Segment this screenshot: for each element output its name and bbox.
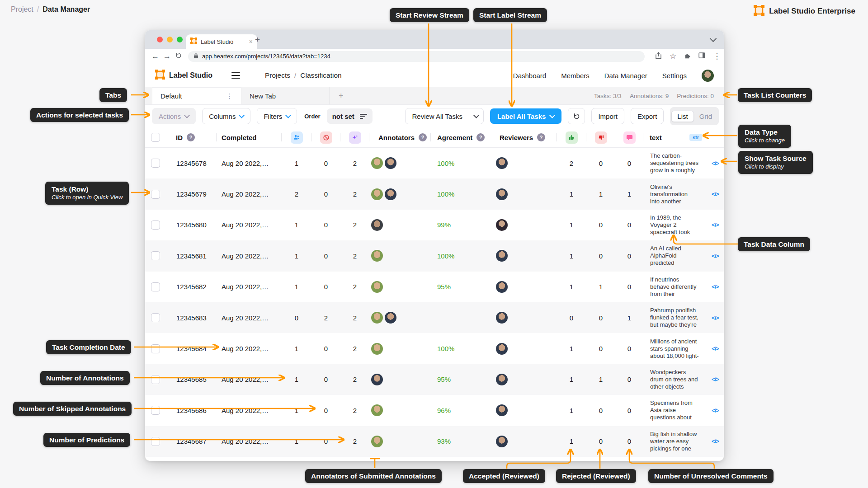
reviewers-help-icon[interactable]: ?: [537, 133, 545, 141]
forward-icon[interactable]: →: [163, 52, 171, 60]
url-field[interactable]: app.heartex.com/projects/123456/data?tab…: [188, 51, 645, 62]
refresh-button[interactable]: [568, 108, 585, 124]
task-source-code-icon[interactable]: </>: [712, 345, 719, 352]
annotator-avatar[interactable]: [385, 312, 396, 324]
accepted-column-icon[interactable]: [566, 131, 578, 144]
review-dropdown-chevron-icon[interactable]: [469, 108, 483, 124]
row-checkbox[interactable]: [151, 282, 160, 291]
nav-data-manager[interactable]: Data Manager: [604, 72, 647, 80]
browser-menu-kebab-icon[interactable]: ⋮: [713, 52, 721, 60]
reviewer-avatar[interactable]: [496, 157, 508, 169]
maximize-window-button[interactable]: [177, 37, 183, 42]
reviewer-avatar[interactable]: [496, 374, 508, 385]
app-breadcrumb-projects[interactable]: Projects: [265, 71, 290, 80]
annotator-avatar[interactable]: [371, 188, 383, 200]
nav-members[interactable]: Members: [561, 72, 590, 80]
share-icon[interactable]: [655, 52, 662, 61]
hamburger-menu-icon[interactable]: [231, 72, 240, 79]
tab-new-tab[interactable]: New Tab: [241, 87, 330, 104]
user-avatar[interactable]: [702, 70, 714, 82]
annotations-count-column-icon[interactable]: [291, 131, 303, 144]
nav-settings[interactable]: Settings: [662, 72, 687, 80]
nav-dashboard[interactable]: Dashboard: [513, 72, 546, 80]
reviewer-avatar[interactable]: [496, 219, 508, 231]
browser-tab[interactable]: Label Studio ×: [186, 34, 257, 49]
col-annotators[interactable]: Annotators: [378, 134, 415, 141]
reviewer-avatar[interactable]: [496, 188, 508, 200]
import-button[interactable]: Import: [591, 108, 624, 124]
annotator-avatar[interactable]: [371, 343, 383, 355]
sidebar-icon[interactable]: [698, 52, 705, 61]
id-help-icon[interactable]: ?: [187, 133, 195, 141]
row-checkbox[interactable]: [151, 159, 160, 168]
tab-menu-kebab-icon[interactable]: ⋮: [226, 92, 233, 100]
table-row[interactable]: 12345680 Aug 20 2022,… 1 0 2 99% 1 0 0 I…: [145, 210, 724, 240]
annotator-avatar[interactable]: [371, 374, 383, 385]
table-row[interactable]: 12345686 Aug 20 2022,… 1 0 2 96% 1 0 0 S…: [145, 395, 724, 426]
annotator-avatar[interactable]: [371, 281, 383, 293]
annotator-avatar[interactable]: [385, 157, 396, 169]
task-source-code-icon[interactable]: </>: [712, 407, 719, 414]
task-source-code-icon[interactable]: </>: [712, 283, 719, 290]
back-icon[interactable]: ←: [151, 52, 159, 60]
close-window-button[interactable]: [157, 37, 163, 42]
annotator-avatar[interactable]: [371, 250, 383, 262]
row-checkbox[interactable]: [151, 313, 160, 322]
filters-dropdown[interactable]: Filters: [257, 108, 297, 124]
task-source-code-icon[interactable]: </>: [712, 221, 719, 228]
select-all-checkbox[interactable]: [151, 133, 160, 142]
task-source-code-icon[interactable]: </>: [712, 438, 719, 445]
skipped-column-icon[interactable]: [320, 131, 332, 144]
bookmark-star-icon[interactable]: ☆: [670, 52, 676, 60]
new-tab-icon[interactable]: +: [255, 35, 260, 45]
annotator-avatar[interactable]: [371, 219, 383, 231]
row-checkbox[interactable]: [151, 406, 160, 415]
table-row[interactable]: 12345682 Aug 20 2022,… 1 0 2 95% 1 1 0 I…: [145, 272, 724, 302]
actions-dropdown[interactable]: Actions: [152, 108, 196, 124]
rejected-column-icon[interactable]: [595, 131, 607, 144]
export-button[interactable]: Export: [631, 108, 664, 124]
task-source-code-icon[interactable]: </>: [712, 160, 719, 167]
reviewer-avatar[interactable]: [496, 250, 508, 262]
row-checkbox[interactable]: [151, 190, 160, 199]
task-source-code-icon[interactable]: </>: [712, 376, 719, 383]
col-text[interactable]: text: [650, 134, 662, 141]
reviewer-avatar[interactable]: [496, 343, 508, 355]
table-row[interactable]: 12345678 Aug 20 2022,… 1 0 2 100% 2 0 0 …: [145, 148, 724, 178]
add-tab-button[interactable]: +: [330, 87, 353, 104]
columns-dropdown[interactable]: Columns: [202, 108, 250, 124]
row-checkbox[interactable]: [151, 251, 160, 260]
agreement-help-icon[interactable]: ?: [476, 133, 485, 141]
annotators-help-icon[interactable]: ?: [419, 133, 427, 141]
col-agreement[interactable]: Agreement: [437, 134, 472, 141]
annotator-avatar[interactable]: [371, 312, 383, 324]
tab-close-icon[interactable]: ×: [249, 38, 253, 45]
table-row[interactable]: 12345685 Aug 20 2022,… 1 0 2 95% 1 1 0 W…: [145, 364, 724, 395]
annotator-avatar[interactable]: [371, 404, 383, 416]
label-all-tasks-button[interactable]: Label All Tasks: [490, 108, 562, 124]
col-completed[interactable]: Completed: [222, 134, 257, 141]
reviewer-avatar[interactable]: [496, 281, 508, 293]
view-list-button[interactable]: List: [671, 111, 693, 122]
reviewer-avatar[interactable]: [496, 436, 508, 447]
tab-default[interactable]: Default ⋮: [152, 87, 241, 104]
extensions-puzzle-icon[interactable]: [684, 52, 691, 61]
reviewer-avatar[interactable]: [496, 312, 508, 324]
comments-column-icon[interactable]: [623, 131, 636, 144]
col-id[interactable]: ID: [176, 134, 183, 141]
col-reviewers[interactable]: Reviewers: [500, 134, 533, 141]
view-grid-button[interactable]: Grid: [694, 111, 717, 122]
chevron-down-icon[interactable]: [710, 35, 717, 42]
row-checkbox[interactable]: [151, 437, 160, 446]
task-source-code-icon[interactable]: </>: [712, 253, 719, 259]
annotator-avatar[interactable]: [371, 436, 383, 447]
row-checkbox[interactable]: [151, 375, 160, 384]
row-checkbox[interactable]: [151, 344, 160, 353]
table-row[interactable]: 12345679 Aug 20 2022,… 2 0 2 100% 1 1 1 …: [145, 178, 724, 209]
annotator-avatar[interactable]: [385, 188, 396, 200]
task-source-code-icon[interactable]: </>: [712, 314, 719, 321]
breadcrumb-project[interactable]: Project: [11, 5, 33, 14]
row-checkbox[interactable]: [151, 221, 160, 230]
table-row[interactable]: 12345687 Aug 20 2022,… 1 0 2 93% 1 0 0 B…: [145, 426, 724, 457]
table-row[interactable]: 12345681 Aug 20 2022,… 1 0 2 100% 1 0 0 …: [145, 240, 724, 271]
